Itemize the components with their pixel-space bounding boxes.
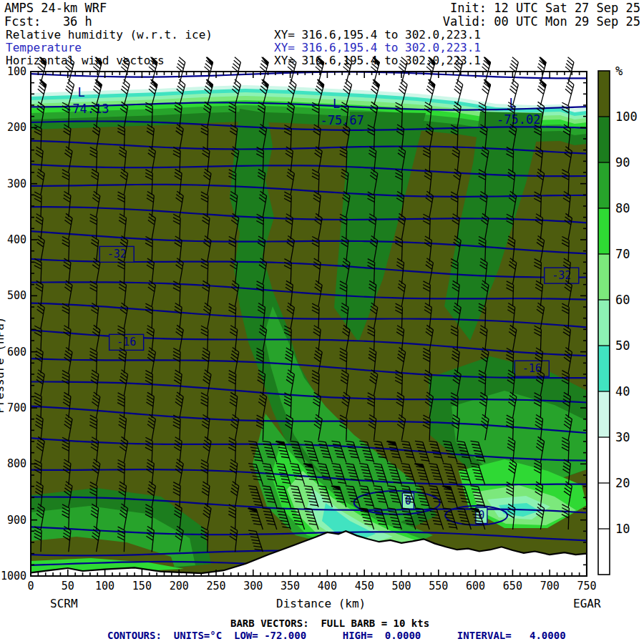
- svg-text:100: 100: [615, 109, 638, 124]
- contour-legend-note: CONTOURS: UNITS=°C LOW= -72.000 HIGH= 0.…: [107, 630, 566, 641]
- svg-text:20: 20: [615, 476, 630, 490]
- svg-text:200: 200: [170, 580, 189, 592]
- svg-text:750: 750: [577, 580, 596, 592]
- svg-text:400: 400: [318, 580, 337, 592]
- svg-text:-74.13: -74.13: [65, 102, 109, 116]
- endpoint-left-label: SCRM: [50, 598, 78, 610]
- svg-text:150: 150: [132, 580, 152, 592]
- svg-text:-75.02: -75.02: [497, 112, 540, 127]
- barb-legend-note: BARB VECTORS: FULL BARB = 10 kts: [230, 618, 429, 629]
- svg-text:450: 450: [355, 580, 374, 592]
- svg-text:400: 400: [7, 233, 26, 246]
- svg-text:L: L: [78, 85, 85, 99]
- rh-shaded-field: [31, 72, 587, 576]
- svg-text:-75.67: -75.67: [320, 113, 364, 127]
- svg-text:-16: -16: [522, 362, 542, 375]
- svg-text:500: 500: [391, 580, 411, 592]
- svg-text:90: 90: [615, 155, 630, 170]
- svg-text:500: 500: [7, 289, 26, 302]
- svg-text:650: 650: [503, 580, 522, 592]
- svg-text:100: 100: [95, 580, 114, 592]
- svg-text:550: 550: [429, 580, 448, 592]
- x-axis-title: Distance (km): [276, 598, 366, 610]
- svg-text:60: 60: [615, 293, 630, 307]
- svg-text:1000: 1000: [1, 570, 26, 582]
- svg-text:350: 350: [280, 580, 300, 592]
- y-axis-title: Pressure (hPa): [0, 317, 6, 414]
- amps-wrf-cross-section-page: { "header": { "model": "AMPS 24-km WRF",…: [0, 0, 644, 644]
- svg-text:10: 10: [615, 522, 630, 536]
- svg-text:50: 50: [615, 338, 630, 353]
- svg-text:L: L: [333, 97, 340, 111]
- endpoint-right-label: EGAR: [573, 598, 601, 610]
- colorbar: %100908070605040302010: [598, 64, 638, 575]
- svg-text:50: 50: [62, 580, 74, 592]
- svg-text:600: 600: [466, 580, 485, 592]
- svg-text:300: 300: [243, 580, 263, 592]
- svg-text:700: 700: [540, 580, 560, 592]
- svg-text:80: 80: [615, 201, 630, 215]
- svg-text:-32: -32: [107, 248, 127, 260]
- svg-text:0: 0: [27, 580, 34, 592]
- svg-text:70: 70: [615, 247, 630, 261]
- svg-text:250: 250: [206, 580, 225, 592]
- svg-text:30: 30: [615, 430, 630, 444]
- svg-text:100: 100: [7, 65, 26, 78]
- svg-text:900: 900: [7, 514, 26, 527]
- svg-text:300: 300: [7, 177, 26, 190]
- svg-text:600: 600: [7, 346, 26, 358]
- svg-text:40: 40: [615, 384, 630, 399]
- svg-text:-16: -16: [117, 336, 136, 348]
- cross-section-plot: 00-32-32-16-16L-74.13L-75.67L-75.02 0501…: [0, 0, 644, 644]
- svg-text:800: 800: [7, 457, 26, 470]
- svg-text:%: %: [615, 64, 623, 78]
- svg-text:200: 200: [7, 121, 26, 134]
- svg-text:700: 700: [7, 401, 26, 414]
